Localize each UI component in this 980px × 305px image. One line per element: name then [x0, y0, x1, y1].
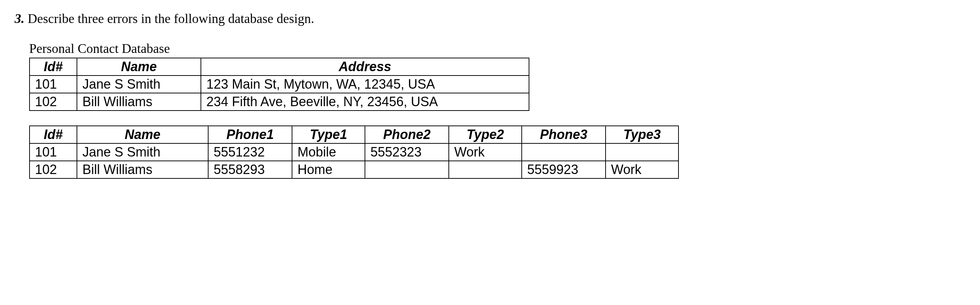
cell-phone1: 5551232: [208, 144, 292, 161]
question-prompt: 3. Describe three errors in the followin…: [14, 11, 966, 26]
cell-phone2: 5552323: [365, 144, 449, 161]
header-type2: Type2: [449, 126, 522, 144]
cell-phone3: [522, 144, 606, 161]
cell-name: Jane S Smith: [77, 144, 208, 161]
contacts-address-table: Id# Name Address 101 Jane S Smith 123 Ma…: [29, 57, 530, 111]
header-phone1: Phone1: [208, 126, 292, 144]
cell-phone3: 5559923: [522, 161, 606, 179]
cell-id: 101: [30, 75, 77, 93]
question-number: 3.: [14, 11, 24, 26]
cell-type2: Work: [449, 144, 522, 161]
header-phone2: Phone2: [365, 126, 449, 144]
header-address: Address: [201, 58, 529, 75]
cell-type1: Home: [292, 161, 365, 179]
cell-address: 123 Main St, Mytown, WA, 12345, USA: [201, 75, 529, 93]
header-name: Name: [77, 58, 201, 75]
contacts-phone-table: Id# Name Phone1 Type1 Phone2 Type2 Phone…: [29, 126, 679, 179]
table-row: 101 Jane S Smith 5551232 Mobile 5552323 …: [30, 144, 678, 161]
cell-id: 102: [30, 93, 77, 110]
table-row: 102 Bill Williams 5558293 Home 5559923 W…: [30, 161, 678, 179]
header-name: Name: [77, 126, 208, 144]
cell-address: 234 Fifth Ave, Beeville, NY, 23456, USA: [201, 93, 529, 110]
cell-type2: [449, 161, 522, 179]
cell-phone2: [365, 161, 449, 179]
table-row: 102 Bill Williams 234 Fifth Ave, Beevill…: [30, 93, 529, 110]
cell-name: Jane S Smith: [77, 75, 201, 93]
table-header-row: Id# Name Address: [30, 58, 529, 75]
cell-id: 101: [30, 144, 77, 161]
header-type1: Type1: [292, 126, 365, 144]
cell-type3: [606, 144, 678, 161]
header-id: Id#: [30, 126, 77, 144]
database-title: Personal Contact Database: [29, 41, 966, 56]
header-type3: Type3: [606, 126, 678, 144]
cell-type3: Work: [606, 161, 678, 179]
cell-id: 102: [30, 161, 77, 179]
question-text: Describe three errors in the following d…: [28, 11, 314, 26]
cell-name: Bill Williams: [77, 161, 208, 179]
header-id: Id#: [30, 58, 77, 75]
table-row: 101 Jane S Smith 123 Main St, Mytown, WA…: [30, 75, 529, 93]
cell-type1: Mobile: [292, 144, 365, 161]
cell-name: Bill Williams: [77, 93, 201, 110]
header-phone3: Phone3: [522, 126, 606, 144]
cell-phone1: 5558293: [208, 161, 292, 179]
table-header-row: Id# Name Phone1 Type1 Phone2 Type2 Phone…: [30, 126, 678, 144]
